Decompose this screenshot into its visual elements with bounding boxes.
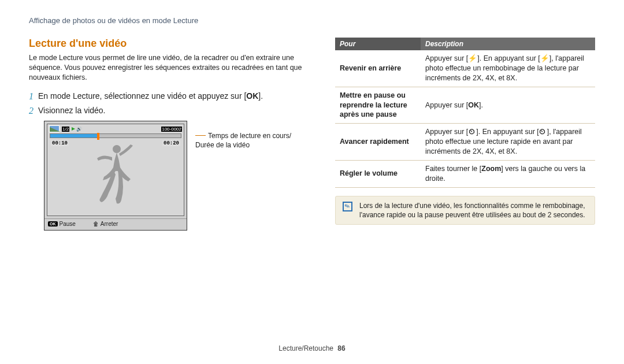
duration-time: 00:20 <box>162 140 180 146</box>
timer-icon: ⏲ <box>468 127 476 137</box>
callout-line-2: Durée de la vidéo <box>195 141 250 149</box>
callout-leader-line <box>195 135 206 136</box>
table-desc: Appuyer sur [OK]. <box>421 87 595 124</box>
ok-icon: OK <box>246 91 258 101</box>
current-time: 00:10 <box>51 140 69 146</box>
flash-icon: ⚡ <box>468 54 477 64</box>
timer-icon: ⏲ <box>539 127 547 137</box>
lcd-bottom-bar: OK Pause 🗑 Arreter <box>44 218 187 230</box>
dancer-silhouette-icon <box>92 142 139 208</box>
playhead-icon <box>97 133 99 140</box>
thumbnail-icon <box>49 125 60 132</box>
trash-icon: 🗑 <box>93 221 99 227</box>
lcd-osd-top: 1/2 🔊 100-0002 <box>47 124 184 133</box>
page-number: 86 <box>337 344 345 352</box>
progress-bar <box>50 133 181 138</box>
table-row: Mettre en pause ou reprendre la lecture … <box>335 87 595 124</box>
intro-paragraph: Le mode Lecture vous permet de lire une … <box>29 53 312 83</box>
note-box: ✎ Lors de la lecture d'une vidéo, les fo… <box>335 196 595 225</box>
time-callout: Temps de lecture en cours/ Durée de la v… <box>195 131 291 150</box>
table-row: Revenir en arrièreAppuyer sur [⚡]. En ap… <box>335 50 595 87</box>
camera-lcd: 1/2 🔊 100-0002 00:10 00:20 <box>44 121 187 231</box>
table-desc: Faites tourner le [Zoom] vers la gauche … <box>421 160 595 187</box>
step-number: 2 <box>29 105 34 116</box>
flash-icon: ⚡ <box>540 54 549 64</box>
table-key: Mettre en pause ou reprendre la lecture … <box>335 87 421 124</box>
table-header-pour: Pour <box>335 38 421 50</box>
stop-label: Arreter <box>101 221 118 227</box>
step-2: 2 Visionnez la vidéo. <box>29 105 312 116</box>
note-icon: ✎ <box>343 202 352 211</box>
step-list: 1 En mode Lecture, sélectionnez une vidé… <box>29 91 312 116</box>
footer-section: Lecture/Retouche <box>278 344 333 352</box>
step-1: 1 En mode Lecture, sélectionnez une vidé… <box>29 91 312 102</box>
play-icon <box>72 127 75 131</box>
controls-table: Pour Description Revenir en arrièreAppuy… <box>335 38 595 188</box>
zoom-label: Zoom <box>481 165 501 173</box>
table-row: Régler le volumeFaites tourner le [Zoom]… <box>335 160 595 187</box>
step-text: En mode Lecture, sélectionnez une vidéo … <box>38 91 263 102</box>
step-text: Visionnez la vidéo. <box>38 105 105 116</box>
step-number: 1 <box>29 91 34 102</box>
svg-point-0 <box>113 145 121 153</box>
table-key: Revenir en arrière <box>335 50 421 87</box>
table-key: Régler le volume <box>335 160 421 187</box>
step-pre: En mode Lecture, sélectionnez une vidéo … <box>38 91 246 101</box>
section-title: Lecture d'une vidéo <box>29 38 312 50</box>
table-desc: Appuyer sur [⏲]. En appuyant sur [⏲], l'… <box>421 124 595 161</box>
note-text: Lors de la lecture d'une vidéo, les fonc… <box>359 201 588 220</box>
table-key: Avancer rapidement <box>335 124 421 161</box>
pause-label: Pause <box>60 221 76 227</box>
step-post: ]. <box>258 91 263 101</box>
ok-button-icon: OK <box>48 221 58 226</box>
counter: 1/2 <box>62 127 69 132</box>
table-desc: Appuyer sur [⚡]. En appuyant sur [⚡], l'… <box>421 50 595 87</box>
page-footer: Lecture/Retouche 86 <box>0 344 624 352</box>
sound-icon: 🔊 <box>76 127 82 132</box>
table-header-description: Description <box>421 38 595 50</box>
ok-icon: OK <box>468 101 479 109</box>
table-row: Avancer rapidementAppuyer sur [⏲]. En ap… <box>335 124 595 161</box>
file-info: 100-0002 <box>161 127 182 132</box>
callout-line-1: Temps de lecture en cours/ <box>208 132 291 140</box>
breadcrumb: Affichage de photos ou de vidéos en mode… <box>29 16 595 25</box>
